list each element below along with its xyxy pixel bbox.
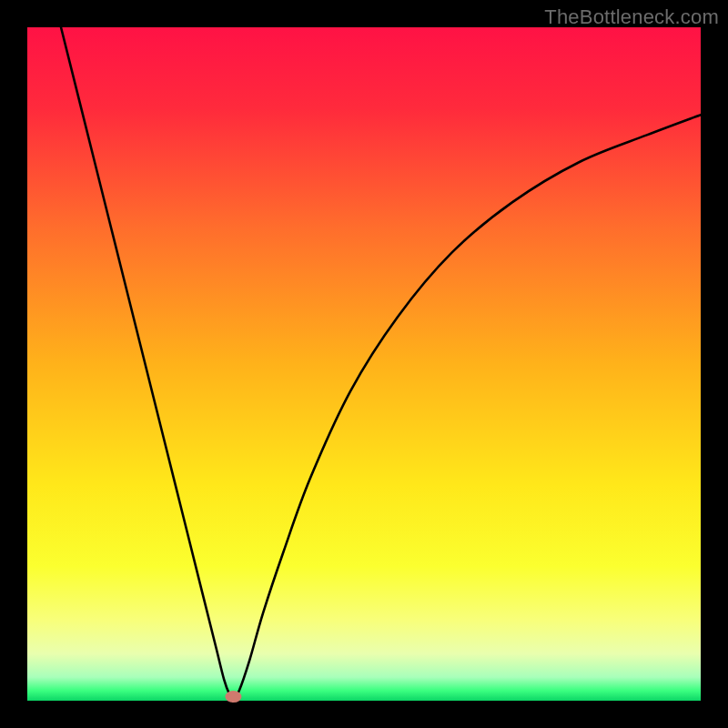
watermark-text: TheBottleneck.com xyxy=(544,5,719,29)
optimal-marker xyxy=(225,691,241,703)
chart-frame: TheBottleneck.com xyxy=(0,0,728,728)
plot-background xyxy=(27,27,701,701)
bottleneck-chart xyxy=(0,0,728,728)
